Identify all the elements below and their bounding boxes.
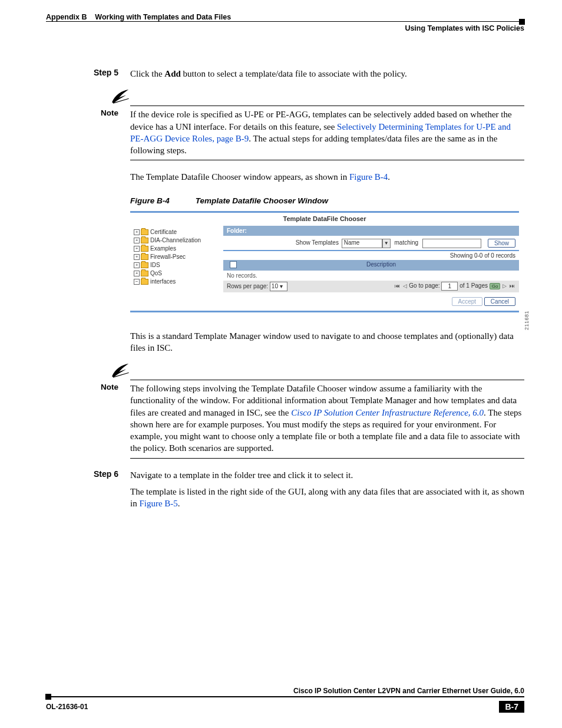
- prev-page-icon[interactable]: ◁: [402, 283, 408, 289]
- footer-ol-number: OL-21636-01: [46, 703, 88, 711]
- footer-page-number: B-7: [499, 701, 524, 713]
- link-infra-ref[interactable]: Cisco IP Solution Center Infrastructure …: [291, 408, 484, 417]
- fig-accept-button[interactable]: Accept: [452, 297, 483, 306]
- next-page-icon[interactable]: ▷: [502, 283, 507, 289]
- last-page-icon[interactable]: ⏭: [509, 283, 515, 289]
- hdr-appendix: Appendix B: [46, 13, 87, 21]
- step6-line1: Navigate to a template in the folder tre…: [130, 469, 524, 481]
- fig-of-pages: of 1 Pages: [459, 282, 488, 289]
- step6-label: Step 6: [46, 469, 130, 510]
- footer-rule-cap: [45, 694, 51, 700]
- note2-label: Note: [46, 383, 130, 454]
- fig-cancel-button[interactable]: Cancel: [484, 297, 515, 306]
- fig-page-input[interactable]: 1: [441, 282, 458, 291]
- step5-text: Click the Add button to select a templat…: [130, 68, 524, 80]
- figure-b4: Template DataFile Chooser +Certificate +…: [130, 211, 519, 312]
- para-std-manager: This is a standard Template Manager wind…: [130, 330, 524, 354]
- note1-label: Note: [46, 108, 130, 156]
- fig-matching-input[interactable]: [422, 239, 481, 248]
- para-chooser-appears: The Template Datafile Chooser window app…: [130, 171, 524, 183]
- fig-select-all-checkbox[interactable]: [230, 261, 237, 268]
- fig-tree[interactable]: +Certificate +DIA-Channelization +Exampl…: [130, 226, 223, 311]
- note1-text: If the device role is specified as U-PE …: [130, 108, 524, 156]
- footer-book-title: Cisco IP Solution Center L2VPN and Carri…: [46, 687, 524, 695]
- fig-col-description: Description: [243, 260, 519, 271]
- note-icon: [110, 88, 131, 107]
- fig-title: Template DataFile Chooser: [130, 213, 519, 226]
- fig-show-button[interactable]: Show: [488, 239, 515, 248]
- hdr-section: Using Templates with ISC Policies: [46, 24, 524, 32]
- figure-id-number: 211681: [524, 311, 530, 330]
- fig-folder-label: Folder:: [223, 226, 519, 236]
- fig-no-records: No records.: [223, 271, 519, 281]
- chevron-down-icon[interactable]: ▼: [382, 239, 391, 248]
- fig-show-label: Show Templates: [296, 239, 339, 246]
- fig-rows-select[interactable]: 10 ▾: [270, 282, 287, 291]
- fig-matching: matching: [395, 239, 419, 246]
- fig-record-count: Showing 0-0 of 0 records: [223, 251, 519, 260]
- fig-show-combo[interactable]: Name: [342, 239, 382, 248]
- hdr-chapter: Working with Templates and Data Files: [95, 13, 231, 21]
- fig-goto-label: Go to page:: [409, 282, 439, 289]
- link-fig-b5[interactable]: Figure B-5: [139, 499, 177, 508]
- fig-go-button[interactable]: Go: [490, 283, 501, 289]
- figure-caption: Figure B-4Template Datafile Chooser Wind…: [130, 196, 524, 205]
- header-rule-endcap: [519, 19, 525, 25]
- step6-line2: The template is listed in the right side…: [130, 486, 524, 510]
- note2-text: The following steps involving the Templa…: [130, 383, 524, 454]
- fig-rows-label: Rows per page:: [227, 282, 268, 289]
- step5-label: Step 5: [46, 68, 130, 80]
- note-icon: [110, 363, 131, 381]
- first-page-icon[interactable]: ⏮: [394, 283, 401, 289]
- link-fig-b4[interactable]: Figure B-4: [349, 172, 388, 182]
